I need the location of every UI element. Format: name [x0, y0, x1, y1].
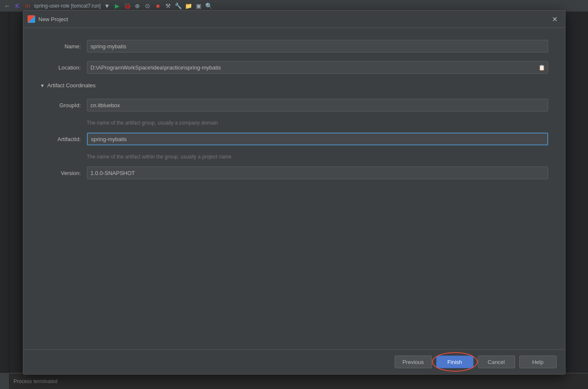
browse-folder-button[interactable]: 📋	[538, 64, 546, 71]
back-icon[interactable]: ←	[3, 2, 11, 10]
artifact-id-label: ArtifactId:	[40, 136, 87, 142]
version-label: Version:	[40, 170, 87, 176]
search-icon[interactable]: 🔍	[205, 2, 212, 10]
help-button[interactable]: Help	[519, 356, 557, 368]
artifact-section-header: ▼ Artifact Coordinates	[40, 82, 548, 89]
location-row: Location: 📋	[40, 61, 548, 74]
dialog-close-button[interactable]: ✕	[551, 15, 559, 23]
name-label: Name:	[40, 43, 87, 50]
name-row: Name:	[40, 40, 548, 53]
dialog-footer: Previous Finish Cancel Help	[23, 349, 565, 374]
cancel-button[interactable]: Cancel	[478, 356, 515, 368]
artifact-toggle-arrow[interactable]: ▼	[40, 83, 45, 88]
version-row: Version:	[40, 167, 548, 179]
finish-button-wrapper: Finish	[436, 356, 474, 368]
build-icon[interactable]: ⚒	[164, 2, 172, 10]
terminal-icon[interactable]: ▣	[195, 2, 202, 10]
bottom-panel: Process terminated	[9, 373, 588, 389]
dialog-app-icon	[28, 15, 35, 23]
run-icon[interactable]: ▶	[113, 2, 121, 10]
settings-icon[interactable]: 🔧	[174, 2, 182, 10]
finish-button[interactable]: Finish	[436, 356, 474, 368]
new-project-dialog: New Project ✕ Name: Location: 📋 ▼ Arti	[23, 10, 566, 375]
name-input[interactable]	[87, 40, 548, 53]
maven-icon: m	[24, 2, 31, 10]
location-label: Location:	[40, 64, 87, 71]
artifact-id-input[interactable]	[87, 133, 548, 145]
group-id-row: GroupId:	[40, 99, 548, 111]
artifact-id-helper: The name of the artifact within the grou…	[87, 154, 548, 160]
artifact-section-body: GroupId: The name of the artifact group,…	[40, 99, 548, 179]
group-id-helper: The name of the artifact group, usually …	[87, 120, 548, 126]
folder-icon[interactable]: 📁	[184, 2, 192, 10]
dialog-title: New Project	[39, 16, 547, 22]
previous-button[interactable]: Previous	[395, 356, 432, 368]
location-input[interactable]	[87, 61, 548, 74]
kotlin-icon: K	[14, 2, 21, 10]
version-input[interactable]	[87, 167, 548, 179]
group-id-label: GroupId:	[40, 102, 87, 108]
run-config-label: spring-user-role [tomcat7:run]	[34, 3, 100, 9]
bottom-panel-text: Process terminated	[14, 378, 57, 384]
modal-overlay: New Project ✕ Name: Location: 📋 ▼ Arti	[0, 12, 588, 373]
group-id-input[interactable]	[87, 99, 548, 111]
coverage-icon[interactable]: ⊕	[134, 2, 141, 10]
dialog-content: Name: Location: 📋 ▼ Artifact Coordinates	[23, 28, 565, 349]
profile-icon[interactable]: ⊙	[144, 2, 151, 10]
location-input-wrapper: 📋	[87, 61, 548, 74]
artifact-id-row: ArtifactId:	[40, 133, 548, 145]
dialog-titlebar: New Project ✕	[23, 11, 565, 28]
dropdown-arrow-icon[interactable]: ▼	[103, 2, 111, 10]
stop-icon[interactable]: ■	[154, 2, 162, 10]
artifact-section-title: Artifact Coordinates	[47, 82, 95, 89]
debug-icon[interactable]: 🐞	[123, 2, 131, 10]
